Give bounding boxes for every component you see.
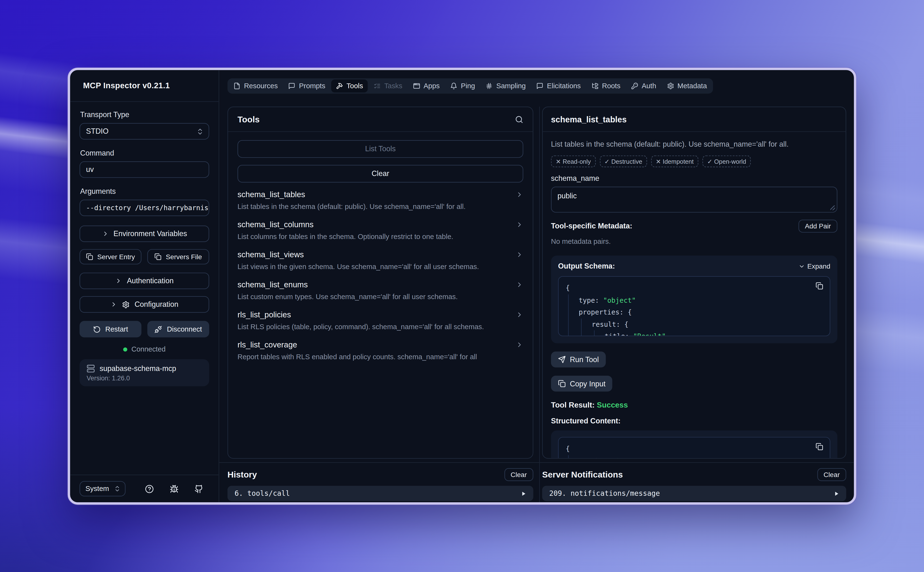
chevrons-up-down-icon	[114, 485, 121, 492]
server-entry-button[interactable]: Server Entry	[79, 249, 142, 264]
tab-resources[interactable]: Resources	[229, 79, 282, 93]
server-name: supabase-schema-mcp	[100, 365, 176, 373]
help-icon[interactable]	[145, 484, 154, 493]
badge-destructive: ✓ Destructive	[600, 155, 647, 167]
connection-status: Connected	[79, 345, 209, 353]
server-notifications-section: Server Notifications Clear 209. notifica…	[540, 462, 854, 502]
environment-variables-button[interactable]: Environment Variables	[79, 225, 209, 242]
search-icon[interactable]	[515, 115, 523, 123]
clear-tools-button[interactable]: Clear	[237, 165, 524, 182]
chevron-right-icon	[516, 311, 524, 319]
tab-bar: Resources Prompts Tools Tasks	[227, 78, 713, 94]
badge-read-only: ✕ Read-only	[551, 155, 595, 167]
history-section: History Clear 6. tools/call	[219, 462, 539, 502]
tool-name: schema_list_tables	[237, 190, 305, 199]
command-value: uv	[86, 165, 94, 174]
bug-report-icon[interactable]	[170, 484, 179, 493]
status-label: Connected	[131, 345, 165, 353]
environment-variables-label: Environment Variables	[114, 230, 187, 238]
chevron-right-icon	[516, 341, 524, 349]
tab-roots[interactable]: Roots	[587, 79, 625, 93]
status-dot-icon	[123, 347, 127, 351]
detail-column: schema_list_tables List tables in the sc…	[540, 107, 854, 502]
sidebar-footer: System	[70, 475, 218, 502]
folder-tree-icon	[591, 82, 598, 89]
history-item[interactable]: 6. tools/call	[227, 486, 533, 501]
tab-ping[interactable]: Ping	[446, 79, 480, 93]
server-card[interactable]: supabase-schema-mcp Version: 1.26.0	[79, 359, 209, 386]
tool-list-item[interactable]: schema_list_views List views in the give…	[237, 242, 524, 273]
tool-description: List RLS policies (table, policy, comman…	[237, 323, 524, 331]
add-pair-button[interactable]: Add Pair	[798, 219, 837, 233]
history-clear-button[interactable]: Clear	[504, 468, 533, 481]
app-title: MCP Inspector v0.21.1	[70, 70, 218, 102]
expand-arrow-icon	[521, 491, 526, 496]
server-icon	[87, 365, 95, 373]
tool-list-item[interactable]: rls_list_coverage Report tables with RLS…	[237, 333, 524, 363]
tool-list-item[interactable]: rls_list_policies List RLS policies (tab…	[237, 303, 524, 333]
tool-list: schema_list_tables List tables in the sc…	[237, 182, 524, 366]
detail-description: List tables in the schema (default: publ…	[551, 140, 837, 148]
tab-prompts[interactable]: Prompts	[284, 79, 330, 93]
restart-label: Restart	[105, 325, 128, 333]
arguments-label: Arguments	[80, 187, 209, 196]
tool-name: rls_list_policies	[237, 311, 291, 319]
disconnect-label: Disconnect	[167, 325, 202, 333]
tool-list-item[interactable]: schema_list_tables List tables in the sc…	[237, 182, 524, 213]
key-icon	[631, 82, 638, 89]
arguments-input[interactable]: --directory /Users/harrybarnish	[79, 200, 209, 216]
copy-icon[interactable]	[815, 282, 823, 290]
tool-description: List custom enum types. Use schema_name=…	[237, 292, 524, 301]
command-label: Command	[80, 149, 209, 157]
tab-elicitations[interactable]: Elicitations	[531, 79, 586, 93]
copy-icon[interactable]	[815, 443, 823, 451]
disconnect-button[interactable]: Disconnect	[147, 321, 209, 337]
send-icon	[558, 356, 566, 363]
file-icon	[234, 82, 240, 89]
badge-open-world: ✓ Open-world	[703, 155, 751, 167]
tool-list-item[interactable]: schema_list_enums List custom enum types…	[237, 273, 524, 303]
notification-item-text: 209. notifications/message	[549, 489, 660, 497]
server-version: Version: 1.26.0	[87, 375, 202, 382]
notifications-clear-button[interactable]: Clear	[817, 468, 846, 481]
authentication-label: Authentication	[127, 277, 173, 285]
run-tool-button[interactable]: Run Tool	[551, 351, 606, 367]
tools-panel: Tools List Tools Clear	[227, 107, 533, 459]
badge-idempotent: ✕ Idempotent	[651, 155, 698, 167]
tab-tools[interactable]: Tools	[331, 79, 368, 93]
servers-file-button[interactable]: Servers File	[147, 249, 209, 264]
expand-toggle[interactable]: Expand	[798, 263, 830, 269]
tools-column: Tools List Tools Clear	[219, 107, 540, 502]
tab-metadata[interactable]: Metadata	[662, 79, 712, 93]
chevron-right-icon	[115, 277, 122, 284]
transport-type-select[interactable]: STDIO	[79, 123, 209, 140]
transport-type-label: Transport Type	[80, 110, 209, 119]
hash-icon	[486, 82, 492, 89]
command-input[interactable]: uv	[79, 161, 209, 178]
theme-select[interactable]: System	[79, 481, 126, 496]
structured-content-code: { result: "[	[558, 437, 830, 458]
list-tools-button[interactable]: List Tools	[237, 140, 524, 158]
schema-name-input[interactable]: public	[551, 187, 837, 213]
transport-type-value: STDIO	[86, 127, 109, 135]
sidebar: MCP Inspector v0.21.1 Transport Type STD…	[70, 70, 219, 502]
tab-apps[interactable]: Apps	[408, 79, 444, 93]
authentication-button[interactable]: Authentication	[79, 273, 209, 289]
notification-item[interactable]: 209. notifications/message	[542, 486, 846, 501]
tool-result-value: Success	[597, 400, 628, 409]
message-icon	[536, 82, 543, 89]
tool-list-item[interactable]: schema_list_columns List columns for tab…	[237, 213, 524, 242]
tool-detail-panel: schema_list_tables List tables in the sc…	[542, 107, 846, 459]
tool-name: schema_list_views	[237, 250, 304, 259]
tab-sampling[interactable]: Sampling	[481, 79, 531, 93]
restart-button[interactable]: Restart	[79, 321, 142, 337]
chevron-right-icon	[102, 230, 109, 237]
copy-input-button[interactable]: Copy Input	[551, 376, 612, 392]
configuration-button[interactable]: Configuration	[79, 296, 209, 313]
tab-tasks[interactable]: Tasks	[369, 79, 407, 93]
tab-auth[interactable]: Auth	[626, 79, 661, 93]
tool-result-label: Tool Result:	[551, 400, 595, 409]
chevron-right-icon	[516, 221, 524, 228]
github-icon[interactable]	[195, 484, 203, 493]
tools-panel-title: Tools	[237, 115, 260, 124]
